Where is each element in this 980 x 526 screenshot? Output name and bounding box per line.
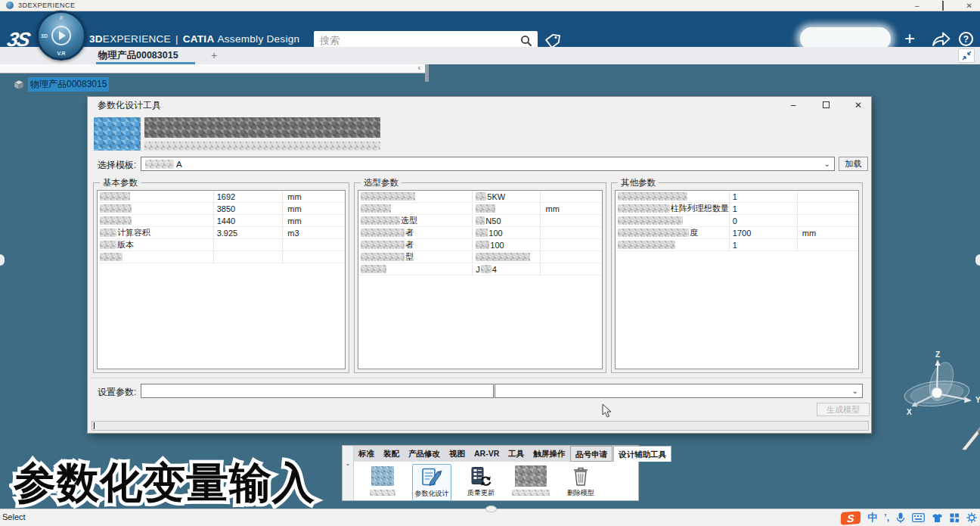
action-tab-品号申请[interactable]: 品号申请 bbox=[570, 446, 612, 462]
param-row[interactable]: 1 bbox=[616, 191, 858, 203]
set-param-input[interactable] bbox=[141, 384, 494, 398]
toolbar-item-parametric-design[interactable]: 参数化设计 bbox=[412, 464, 451, 501]
search-icon[interactable] bbox=[520, 35, 532, 47]
param-table[interactable]: 5KWmm选型N50者100者100型J4 bbox=[358, 190, 603, 369]
bottom-grip-handle[interactable] bbox=[485, 506, 497, 512]
app-icon bbox=[6, 2, 14, 9]
param-row[interactable] bbox=[98, 251, 345, 263]
dialog-minimize-button[interactable]: – bbox=[788, 100, 799, 110]
param-row[interactable]: 0 bbox=[616, 215, 858, 227]
collapsed-panel-strip[interactable]: ‹ bbox=[0, 64, 428, 73]
new-tab-button[interactable]: + bbox=[211, 49, 217, 61]
window-maximize-button[interactable] bbox=[942, 0, 944, 11]
status-bar: Select S 中 ’, bbox=[0, 509, 980, 526]
param-row[interactable]: 度1700mm bbox=[616, 227, 858, 239]
brand-experience: EXPERIENCE bbox=[103, 33, 171, 45]
load-button[interactable]: 加载 bbox=[839, 157, 868, 171]
keyboard-icon[interactable] bbox=[912, 513, 925, 522]
param-row[interactable]: 版本 bbox=[98, 239, 345, 251]
action-tab-视图[interactable]: 视图 bbox=[445, 446, 470, 462]
tree-root-label[interactable]: 物理产品00083015 bbox=[28, 77, 109, 92]
tab-physical-product[interactable]: 物理产品00083015 bbox=[98, 49, 178, 62]
param-name-text: 者 bbox=[405, 227, 414, 238]
panel-grip[interactable] bbox=[425, 64, 429, 82]
window-close-button[interactable]: ✕ bbox=[966, 0, 972, 11]
left-panel-handle[interactable] bbox=[0, 254, 5, 266]
brand-app-name: Assembly Design bbox=[218, 33, 300, 45]
param-row[interactable]: J4 bbox=[358, 263, 602, 275]
param-row[interactable]: mm bbox=[358, 203, 602, 215]
ime-punctuation-toggle[interactable]: ’, bbox=[884, 512, 889, 523]
axis-y-label: Y bbox=[975, 396, 980, 404]
tool-label: 删除模型 bbox=[567, 488, 594, 498]
param-value-text: 1 bbox=[733, 192, 737, 201]
tool-label: 参数化设计 bbox=[415, 489, 449, 499]
param-name-text: 型 bbox=[405, 251, 414, 263]
skin-shirt-icon[interactable] bbox=[932, 513, 943, 523]
microphone-icon[interactable] bbox=[896, 512, 905, 524]
add-content-button[interactable]: + bbox=[904, 28, 915, 49]
param-row[interactable]: 者100 bbox=[358, 239, 602, 251]
redacted-param-name bbox=[361, 241, 405, 249]
generate-model-button[interactable]: 生成模型 bbox=[817, 403, 870, 416]
template-value-redacted bbox=[145, 160, 174, 169]
action-tab-触屏操作[interactable]: 触屏操作 bbox=[529, 446, 569, 462]
param-row[interactable]: 型 bbox=[358, 251, 602, 263]
param-name-text: 者 bbox=[405, 239, 414, 251]
pencil-cursor-icon bbox=[960, 425, 980, 451]
collapse-chevron-icon[interactable]: ‹ bbox=[418, 64, 420, 72]
param-table[interactable]: 1692mm3850mm1440mm计算容积3.925m3版本 bbox=[97, 190, 346, 369]
action-tab-AR-VR[interactable]: AR-VR bbox=[470, 446, 504, 462]
3dexperience-compass-button[interactable]: 3D V.R // bbox=[36, 11, 86, 61]
param-row[interactable]: 1440mm bbox=[98, 215, 345, 227]
search-input[interactable] bbox=[314, 35, 520, 46]
param-value-prefix: J bbox=[476, 265, 480, 274]
toolbar-item-blurred-1[interactable] bbox=[363, 464, 402, 497]
template-combobox[interactable]: A ⌄ bbox=[141, 157, 835, 171]
viewport-canvas[interactable]: ‹ 物理产品00083015 参数化设计工具 – ✕ bbox=[0, 64, 980, 509]
toolbar-item-delete-model[interactable]: 删除模型 bbox=[561, 464, 600, 500]
redacted-param-name bbox=[361, 216, 400, 225]
app-brand: 3DEXPERIENCE|CATIA Assembly Design bbox=[89, 33, 299, 45]
set-param-combobox[interactable]: ⌄ bbox=[495, 384, 863, 398]
action-tab-标准[interactable]: 标准 bbox=[354, 446, 379, 462]
param-row[interactable]: 3850mm bbox=[98, 203, 345, 215]
fit-window-button[interactable] bbox=[958, 48, 975, 63]
template-combo-chevron-icon: ⌄ bbox=[824, 160, 830, 168]
window-minimize-button[interactable]: – bbox=[915, 0, 920, 11]
dialog-maximize-button[interactable] bbox=[820, 100, 831, 110]
view-compass[interactable]: Z Y X bbox=[902, 350, 980, 433]
toolbox-grid-icon[interactable] bbox=[950, 513, 960, 523]
param-row[interactable]: 者100 bbox=[358, 227, 602, 239]
redacted-tool-icon bbox=[515, 465, 547, 487]
document-tab-bar: 物理产品00083015 + bbox=[0, 47, 980, 64]
action-tab-工具[interactable]: 工具 bbox=[504, 446, 529, 462]
redacted-param-name bbox=[618, 229, 689, 237]
sogou-ime-icon[interactable]: S bbox=[841, 511, 861, 525]
help-button[interactable]: ? bbox=[959, 32, 973, 46]
dialog-close-button[interactable]: ✕ bbox=[853, 100, 864, 110]
action-tab-产品修改[interactable]: 产品修改 bbox=[404, 446, 445, 462]
window-title: 3DEXPERIENCE bbox=[18, 2, 76, 9]
param-row[interactable]: 选型N50 bbox=[358, 215, 602, 227]
param-row[interactable]: 5KW bbox=[358, 191, 602, 203]
ime-language-toggle[interactable]: 中 bbox=[867, 511, 877, 524]
dialog-titlebar[interactable]: 参数化设计工具 – ✕ bbox=[88, 97, 871, 114]
settings-gear-icon[interactable] bbox=[966, 512, 977, 523]
brand-catia: CATIA bbox=[183, 33, 215, 45]
toolbar-item-quality-update[interactable]: 质量更新 bbox=[461, 464, 501, 500]
toolbar-item-blurred-2[interactable] bbox=[510, 464, 551, 497]
action-tab-设计辅助工具[interactable]: 设计辅助工具 bbox=[613, 446, 671, 462]
share-icon[interactable] bbox=[932, 31, 951, 48]
param-row[interactable]: 1692mm bbox=[98, 191, 345, 203]
application-window: 3DEXPERIENCE – ✕ 3S 3DEXPERIENCE|CATIA A… bbox=[0, 0, 980, 526]
param-table[interactable]: 1柱阵列理想数量10度1700mm1 bbox=[615, 190, 859, 369]
action-tab-装配[interactable]: 装配 bbox=[379, 446, 404, 462]
right-panel-handle[interactable] bbox=[975, 254, 980, 266]
tree-root-item[interactable]: 物理产品00083015 bbox=[14, 77, 109, 92]
param-row[interactable]: 柱阵列理想数量1 bbox=[616, 203, 858, 215]
param-row[interactable]: 1 bbox=[616, 239, 858, 251]
param-row[interactable]: 计算容积3.925m3 bbox=[98, 227, 345, 239]
delete-model-trash-icon bbox=[572, 466, 589, 487]
redacted-param-value bbox=[476, 192, 486, 201]
